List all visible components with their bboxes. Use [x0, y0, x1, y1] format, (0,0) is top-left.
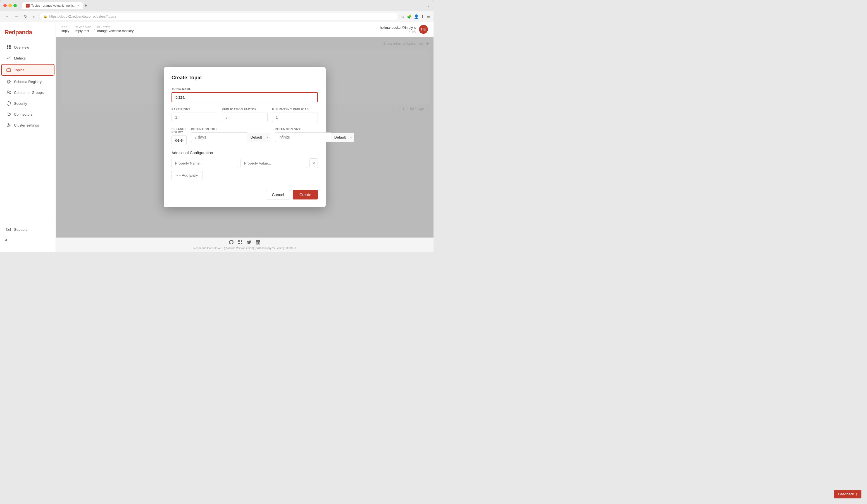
retention-time-select[interactable]: Default — [247, 133, 270, 142]
tab-favicon: R — [26, 4, 30, 8]
bookmark-icon[interactable]: ☆ — [401, 14, 405, 19]
cluster-label: CLUSTER — [97, 26, 134, 29]
svg-point-7 — [7, 91, 9, 93]
svg-rect-1 — [9, 45, 11, 47]
breadcrumb-sep-1: › — [72, 28, 73, 31]
sidebar-item-schema-registry-label: Schema Registry — [14, 79, 42, 84]
github-icon[interactable] — [229, 240, 234, 246]
footer-version: Redpanda Console – CI (Platform Version … — [193, 247, 254, 250]
svg-point-5 — [7, 80, 10, 83]
retention-size-select[interactable]: Default — [331, 133, 354, 142]
sidebar-item-connectors[interactable]: Connectors — [2, 109, 54, 120]
schema-icon — [6, 79, 11, 84]
sidebar-item-consumer-groups[interactable]: Consumer Groups — [2, 87, 54, 98]
footer-build: (built January 27, 2023) — [255, 247, 284, 250]
sidebar-item-overview-label: Overview — [14, 45, 29, 50]
sidebar-item-topics[interactable]: Topics — [1, 64, 54, 76]
retention-size-row: Default ▾ — [275, 132, 354, 142]
sidebar-item-topics-label: Topics — [14, 68, 24, 72]
svg-rect-12 — [241, 240, 242, 242]
svg-point-8 — [9, 91, 10, 92]
additional-config-section: Additional Configuration ✕ + + Add Entry — [171, 151, 318, 180]
users-icon — [6, 90, 11, 95]
footer-text: Redpanda Console – CI (Platform Version … — [58, 247, 431, 250]
retention-time-select-wrapper: Default ▾ — [247, 132, 270, 142]
close-button[interactable] — [3, 4, 7, 7]
toolbar-actions: ☆ 🧩 👤 ⬇ ☰ — [401, 14, 430, 19]
replication-factor-label: REPLICATION FACTOR — [222, 108, 268, 111]
retention-size-input[interactable] — [275, 132, 331, 142]
download-icon[interactable]: ⬇ — [421, 14, 424, 19]
profile-icon[interactable]: 👤 — [414, 14, 419, 19]
sidebar-item-cluster-settings[interactable]: Cluster settings — [2, 120, 54, 130]
cleanup-policy-label: CLEANUP POLICY — [171, 128, 186, 134]
sidebar-item-schema-registry[interactable]: Schema Registry — [2, 76, 54, 87]
org-label: ORG — [62, 26, 69, 29]
linkedin-icon[interactable] — [256, 240, 260, 246]
topic-name-input[interactable] — [171, 92, 318, 102]
retention-time-input[interactable] — [191, 132, 247, 142]
browser-toolbar: ← → ↻ ⌂ 🔒 https://cloudv2.redpanda.com/c… — [0, 11, 434, 22]
address-text: https://cloudv2.redpanda.com/clusters//t… — [49, 14, 116, 19]
add-entry-button[interactable]: + + Add Entry — [171, 171, 203, 180]
new-tab-button[interactable]: + — [84, 3, 87, 8]
sidebar-item-metrics-label: Metrics — [14, 56, 26, 60]
breadcrumb-org: ORG imply — [62, 26, 69, 33]
retention-size-select-wrapper: Default ▾ — [331, 132, 354, 142]
sidebar-item-security[interactable]: Security — [2, 98, 54, 109]
active-tab[interactable]: R Topics - orange-volcanic-monk... ✕ — [22, 2, 83, 9]
cancel-button[interactable]: Cancel — [266, 190, 290, 200]
sidebar-item-overview[interactable]: Overview — [2, 42, 54, 53]
sidebar-item-support[interactable]: Support — [2, 224, 54, 235]
delete-config-button[interactable]: ✕ — [310, 158, 318, 168]
min-in-sync-label: MIN IN-SYNC REPLICAS — [272, 108, 318, 111]
inbox-icon — [6, 67, 11, 72]
link-icon — [6, 112, 11, 117]
footer-icons — [58, 240, 431, 246]
chevron-left-icon: ◀ — [4, 238, 7, 242]
window-controls[interactable]: ⌄ — [427, 4, 430, 8]
modal-overlay: Create Topic TOPIC NAME PARTITIONS — [56, 37, 434, 237]
replication-factor-input[interactable] — [222, 112, 268, 122]
address-bar[interactable]: 🔒 https://cloudv2.redpanda.com/clusters/… — [39, 13, 399, 20]
tab-close-button[interactable]: ✕ — [77, 4, 79, 7]
sidebar-nav: Overview Metrics Topics — [0, 42, 56, 221]
property-name-input[interactable] — [171, 159, 238, 168]
menu-icon[interactable]: ☰ — [427, 14, 430, 19]
replication-factor-col: REPLICATION FACTOR — [222, 108, 268, 122]
min-in-sync-input[interactable] — [272, 112, 318, 122]
sidebar-item-cluster-settings-label: Cluster settings — [14, 123, 39, 127]
cleanup-policy-col: CLEANUP POLICY delete compact compact,de… — [171, 128, 186, 145]
topic-name-label: TOPIC NAME — [171, 87, 318, 90]
back-button[interactable]: ← — [3, 13, 11, 20]
sidebar-item-metrics[interactable]: Metrics — [2, 53, 54, 63]
partitions-label: PARTITIONS — [171, 108, 217, 111]
browser-tabs: R Topics - orange-volcanic-monk... ✕ + — [22, 2, 425, 9]
sidebar-collapse-button[interactable]: ◀ — [0, 235, 56, 245]
retention-size-label: RETENTION SIZE — [275, 128, 354, 131]
cleanup-policy-select[interactable]: delete compact compact,delete — [171, 136, 186, 145]
retention-time-col: RETENTION TIME Default ▾ — [191, 128, 270, 145]
reload-button[interactable]: ↻ — [22, 13, 29, 20]
twitter-icon[interactable] — [247, 240, 251, 246]
create-topic-modal: Create Topic TOPIC NAME PARTITIONS — [164, 67, 326, 207]
slack-icon[interactable] — [238, 240, 243, 246]
modal-footer: Cancel Create — [171, 185, 318, 200]
partitions-input[interactable] — [171, 112, 217, 122]
retention-time-row: Default ▾ — [191, 132, 270, 142]
svg-rect-0 — [7, 45, 8, 47]
cleanup-policy-wrapper: delete compact compact,delete ▾ — [171, 136, 186, 145]
maximize-button[interactable] — [13, 4, 17, 7]
extensions-icon[interactable]: 🧩 — [407, 14, 412, 19]
minimize-button[interactable] — [8, 4, 12, 7]
create-button[interactable]: Create — [293, 190, 318, 200]
home-button[interactable]: ⌂ — [31, 13, 37, 20]
security-icon: 🔒 — [43, 14, 47, 19]
forward-button[interactable]: → — [13, 13, 20, 20]
svg-rect-3 — [9, 47, 11, 49]
content-area: Show internal topics ize ⊕ ‹ 1 › 50 / pa… — [56, 37, 434, 237]
property-value-input[interactable] — [240, 159, 307, 168]
user-avatar[interactable]: HE — [419, 25, 428, 34]
svg-rect-13 — [238, 243, 240, 244]
user-email: hellmar.becker@imply.io — [380, 26, 416, 30]
